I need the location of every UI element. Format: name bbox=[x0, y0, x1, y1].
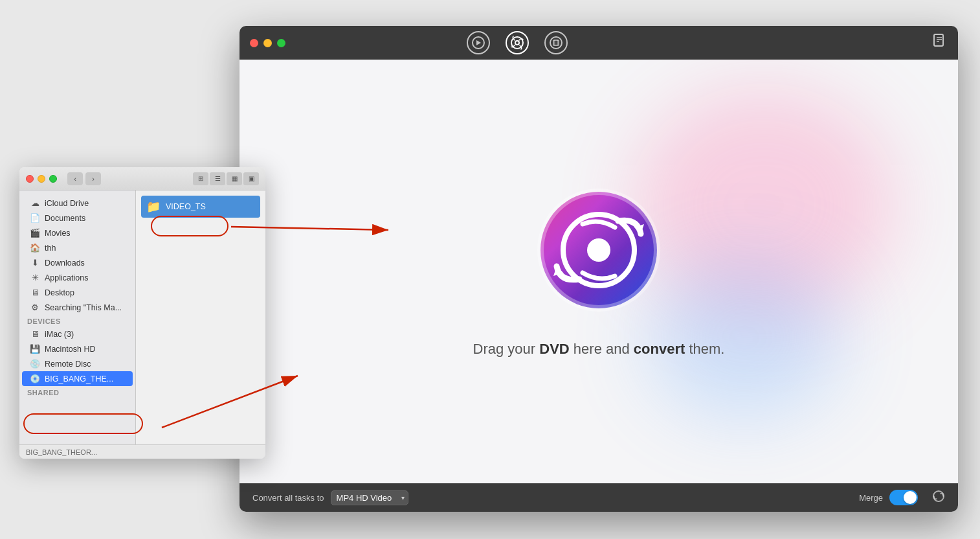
devices-section-header: Devices bbox=[19, 315, 135, 327]
close-button[interactable] bbox=[250, 39, 258, 47]
sidebar-item-label-movies: Movies bbox=[45, 229, 71, 238]
svg-point-14 bbox=[587, 238, 610, 262]
sidebar-item-label-documents: Documents bbox=[45, 214, 85, 223]
finder-view-buttons: ⊞ ☰ ▦ ▣ bbox=[193, 172, 259, 185]
cover-flow-button[interactable]: ▣ bbox=[243, 172, 259, 185]
sidebar-item-imac[interactable]: 🖥 iMac (3) bbox=[22, 327, 133, 341]
bookmark-icon[interactable] bbox=[931, 36, 948, 52]
svg-point-3 bbox=[550, 37, 562, 49]
merge-section: Merge bbox=[859, 490, 945, 506]
finder-file-list: 📁 VIDEO_TS bbox=[136, 190, 265, 223]
finder-maximize-button[interactable] bbox=[49, 175, 57, 183]
merge-label: Merge bbox=[859, 493, 883, 503]
sidebar-item-macintosh-hd[interactable]: 💾 Macintosh HD bbox=[22, 341, 133, 356]
bg-decoration-blue bbox=[647, 257, 841, 419]
main-titlebar bbox=[239, 26, 958, 60]
finder-titlebar: ‹ › ⊞ ☰ ▦ ▣ bbox=[19, 167, 265, 190]
hd-icon: 💾 bbox=[30, 344, 40, 354]
sidebar-item-label-thh: thh bbox=[45, 244, 56, 253]
refresh-icon[interactable] bbox=[932, 490, 945, 506]
drag-instruction: Drag your DVD here and convert them. bbox=[473, 341, 725, 358]
sidebar-item-label-downloads: Downloads bbox=[45, 258, 85, 268]
sidebar-item-label-desktop: Desktop bbox=[45, 288, 74, 297]
format-select[interactable]: MP4 HD Video MP4 SD Video MKV AVI MOV bbox=[331, 490, 408, 505]
convert-toolbar-button[interactable] bbox=[467, 31, 490, 54]
media-toolbar-button[interactable] bbox=[544, 31, 568, 54]
sidebar-item-label-search: Searching "This Ma... bbox=[45, 303, 122, 312]
sidebar-item-desktop[interactable]: 🖥 Desktop bbox=[22, 285, 133, 300]
app-logo bbox=[534, 185, 663, 315]
movies-icon: 🎬 bbox=[30, 228, 40, 238]
list-view-button[interactable]: ☰ bbox=[210, 172, 225, 185]
finder-main-content: 📁 VIDEO_TS bbox=[136, 190, 265, 444]
sidebar-item-label-macintosh-hd: Macintosh HD bbox=[45, 345, 96, 354]
folder-icon: 📁 bbox=[146, 200, 161, 214]
convert-label: Convert all tasks to bbox=[252, 493, 324, 503]
desktop-icon: 🖥 bbox=[30, 288, 40, 297]
downloads-icon: ⬇ bbox=[30, 258, 40, 268]
shared-section-header: Shared bbox=[19, 386, 135, 398]
remote-disc-icon: 💿 bbox=[30, 359, 40, 369]
traffic-lights bbox=[250, 39, 285, 47]
imac-icon: 🖥 bbox=[30, 329, 40, 339]
sidebar-item-search[interactable]: ⚙ Searching "This Ma... bbox=[22, 300, 133, 315]
dvd-disc-icon: 💿 bbox=[30, 374, 40, 384]
finder-minimize-button[interactable] bbox=[38, 175, 45, 183]
sidebar-item-applications[interactable]: ✳ Applications bbox=[22, 270, 133, 285]
sidebar-item-movies[interactable]: 🎬 Movies bbox=[22, 225, 133, 240]
home-icon: 🏠 bbox=[30, 243, 40, 253]
finder-body: ☁ iCloud Drive 📄 Documents 🎬 Movies 🏠 th… bbox=[19, 190, 265, 444]
format-select-wrapper[interactable]: MP4 HD Video MP4 SD Video MKV AVI MOV ▾ bbox=[331, 490, 408, 505]
sidebar-item-label-icloud: iCloud Drive bbox=[45, 199, 89, 208]
merge-toggle[interactable] bbox=[889, 490, 918, 505]
right-toolbar bbox=[931, 32, 948, 53]
sidebar-item-big-bang[interactable]: 💿 BIG_BANG_THE... bbox=[22, 371, 133, 386]
convert-bold: convert bbox=[634, 341, 685, 357]
rip-toolbar-button[interactable] bbox=[506, 31, 529, 54]
minimize-button[interactable] bbox=[263, 39, 272, 47]
dvd-bold: DVD bbox=[539, 341, 569, 357]
main-content-area[interactable]: Drag your DVD here and convert them. bbox=[239, 60, 958, 483]
sidebar-item-remote-disc[interactable]: 💿 Remote Disc bbox=[22, 356, 133, 371]
finder-sidebar: ☁ iCloud Drive 📄 Documents 🎬 Movies 🏠 th… bbox=[19, 190, 136, 444]
applications-icon: ✳ bbox=[30, 273, 40, 282]
sidebar-item-downloads[interactable]: ⬇ Downloads bbox=[22, 255, 133, 270]
sidebar-item-label-big-bang: BIG_BANG_THE... bbox=[45, 374, 113, 384]
finder-file-video-ts[interactable]: 📁 VIDEO_TS bbox=[141, 196, 260, 218]
finder-forward-button[interactable]: › bbox=[85, 172, 101, 185]
documents-icon: 📄 bbox=[30, 213, 40, 223]
sidebar-item-icloud-drive[interactable]: ☁ iCloud Drive bbox=[22, 196, 133, 211]
svg-point-17 bbox=[933, 491, 944, 501]
finder-nav: ‹ › bbox=[67, 172, 101, 185]
main-bottombar: Convert all tasks to MP4 HD Video MP4 SD… bbox=[239, 483, 958, 512]
finder-statusbar: BIG_BANG_THEOR... bbox=[19, 444, 265, 459]
sidebar-item-label-applications: Applications bbox=[45, 273, 88, 282]
sidebar-item-label-imac: iMac (3) bbox=[45, 330, 74, 339]
sidebar-item-documents[interactable]: 📄 Documents bbox=[22, 211, 133, 225]
icon-view-button[interactable]: ⊞ bbox=[193, 172, 208, 185]
finder-status-text: BIG_BANG_THEOR... bbox=[26, 448, 97, 456]
icloud-icon: ☁ bbox=[30, 198, 40, 208]
svg-rect-4 bbox=[553, 40, 559, 45]
search-gear-icon: ⚙ bbox=[30, 303, 40, 312]
finder-close-button[interactable] bbox=[26, 175, 34, 183]
column-view-button[interactable]: ▦ bbox=[227, 172, 242, 185]
file-name-video-ts: VIDEO_TS bbox=[166, 202, 206, 211]
finder-window: ‹ › ⊞ ☰ ▦ ▣ ☁ iCloud Drive 📄 Documents 🎬… bbox=[19, 167, 265, 459]
svg-point-2 bbox=[515, 41, 519, 45]
finder-back-button[interactable]: ‹ bbox=[67, 172, 83, 185]
sidebar-item-thh[interactable]: 🏠 thh bbox=[22, 240, 133, 255]
main-toolbar bbox=[467, 31, 568, 54]
maximize-button[interactable] bbox=[277, 39, 285, 47]
svg-rect-7 bbox=[934, 34, 943, 46]
toggle-knob bbox=[904, 491, 917, 504]
sidebar-item-label-remote-disc: Remote Disc bbox=[45, 360, 91, 369]
main-app-window: Drag your DVD here and convert them. Con… bbox=[239, 26, 958, 512]
